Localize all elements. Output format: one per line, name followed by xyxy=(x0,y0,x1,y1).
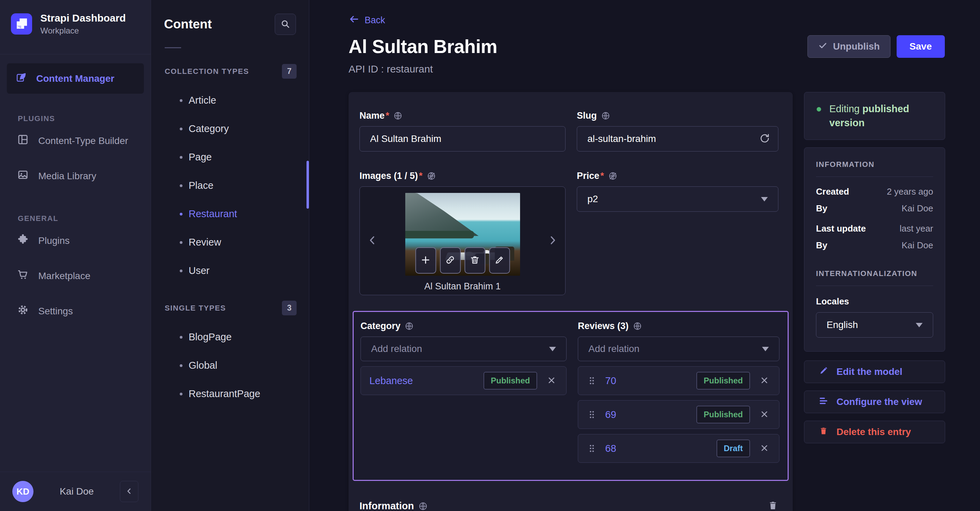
unpublish-button[interactable]: Unpublish xyxy=(807,35,891,58)
drag-handle-icon[interactable] xyxy=(587,443,597,454)
layout-grid-icon xyxy=(17,134,29,148)
images-label: Images (1 / 5) xyxy=(360,171,418,181)
trash-icon xyxy=(767,500,778,511)
check-icon xyxy=(818,41,827,53)
scrollbar-thumb[interactable] xyxy=(307,161,309,209)
subnav-item-label: Global xyxy=(189,360,217,371)
editing-status-text: Editing published version xyxy=(829,102,941,130)
status-badge: Published xyxy=(697,372,750,390)
image-actions xyxy=(415,247,510,274)
price-label: Price xyxy=(577,171,599,181)
divider xyxy=(816,286,933,286)
back-link[interactable]: Back xyxy=(348,14,385,27)
collapse-sidebar-button[interactable] xyxy=(120,481,138,502)
chevron-down-icon xyxy=(761,197,768,201)
avatar[interactable]: KD xyxy=(12,481,33,502)
name-label: Name xyxy=(360,110,385,121)
nav-item-settings[interactable]: Settings xyxy=(0,294,151,329)
relation-link[interactable]: 70 xyxy=(605,375,616,386)
copy-link-button[interactable] xyxy=(440,247,461,274)
subnav-item-restaurant[interactable]: Restaurant xyxy=(151,200,309,228)
remove-relation-button[interactable] xyxy=(758,442,770,455)
restaurant-photo xyxy=(405,193,520,276)
relation-link[interactable]: Lebanese xyxy=(369,375,413,386)
locale-select[interactable]: English xyxy=(816,312,933,338)
relation-link[interactable]: 69 xyxy=(605,409,616,420)
info-value: Kai Doe xyxy=(902,203,934,214)
logo-mark xyxy=(17,19,27,29)
subnav-item-review[interactable]: Review xyxy=(151,228,309,257)
relation-link[interactable]: 68 xyxy=(605,443,616,454)
chevron-left-icon xyxy=(125,487,134,497)
carousel-next-button[interactable] xyxy=(547,235,558,247)
chevron-left-icon xyxy=(367,235,378,247)
delete-image-button[interactable] xyxy=(465,247,485,274)
regenerate-slug-button[interactable] xyxy=(759,133,770,145)
required-mark: * xyxy=(419,171,423,181)
pencil-icon xyxy=(819,366,828,378)
status-badge: Published xyxy=(484,372,537,390)
images-field: Images (1 / 5)* xyxy=(360,171,565,295)
category-label: Category xyxy=(361,321,401,331)
information-component-header: Information xyxy=(360,500,778,511)
edit-form-card: Name* Slug xyxy=(348,92,793,511)
general-section-header: GENERAL xyxy=(18,214,151,223)
nav-item-media-library[interactable]: Media Library xyxy=(0,158,151,193)
nav-item-label: Plugins xyxy=(38,235,70,246)
subnav-item-global[interactable]: Global xyxy=(151,351,309,380)
information-panel: INFORMATION Created 2 years ago By Kai D… xyxy=(804,147,945,351)
drag-handle-icon[interactable] xyxy=(587,409,597,420)
subnav-item-blogpage[interactable]: BlogPage xyxy=(151,323,309,351)
category-add-relation-select[interactable]: Add relation xyxy=(361,337,566,361)
drag-handle-icon[interactable] xyxy=(587,375,597,386)
puzzle-icon xyxy=(17,234,29,248)
editing-prefix: Editing xyxy=(829,103,862,114)
globe-icon xyxy=(404,321,414,331)
remove-relation-button[interactable] xyxy=(758,374,770,388)
info-row: By Kai Doe xyxy=(816,203,933,214)
reviews-field: Reviews (3) Add relation xyxy=(578,321,780,463)
subnav-item-page[interactable]: Page xyxy=(151,143,309,171)
nav-item-content-type-builder[interactable]: Content-Type Builder xyxy=(0,123,151,158)
nav-item-content-manager[interactable]: Content Manager xyxy=(7,63,144,94)
relation-item: 68 Draft xyxy=(578,434,780,463)
reviews-add-relation-select[interactable]: Add relation xyxy=(578,337,780,361)
configure-view-button[interactable]: Configure the view xyxy=(804,391,945,413)
remove-relation-button[interactable] xyxy=(758,408,770,422)
subnav-item-article[interactable]: Article xyxy=(151,86,309,115)
price-select[interactable]: p2 xyxy=(577,187,778,212)
carousel-prev-button[interactable] xyxy=(367,235,378,247)
trash-icon xyxy=(819,426,828,438)
subnav-item-category[interactable]: Category xyxy=(151,115,309,143)
search-button[interactable] xyxy=(275,14,296,35)
price-value: p2 xyxy=(587,193,598,204)
save-button[interactable]: Save xyxy=(897,35,945,58)
delete-component-button[interactable] xyxy=(767,500,778,511)
edit-image-button[interactable] xyxy=(489,247,510,274)
refresh-icon xyxy=(759,133,770,145)
plus-icon xyxy=(421,255,431,266)
slug-input[interactable] xyxy=(577,126,778,152)
list-lines-icon xyxy=(819,396,828,408)
workspace-header: Strapi Dashboard Workplace xyxy=(0,0,151,46)
configure-view-label: Configure the view xyxy=(837,396,922,407)
subnav-item-restaurantpage[interactable]: RestaurantPage xyxy=(151,380,309,408)
subnav-item-user[interactable]: User xyxy=(151,257,309,285)
info-value: 2 years ago xyxy=(887,187,933,197)
slug-label: Slug xyxy=(577,110,597,121)
nav-item-label: Content Manager xyxy=(36,73,115,84)
add-image-button[interactable] xyxy=(415,247,436,274)
nav-item-plugins[interactable]: Plugins xyxy=(0,223,151,258)
subnav-item-place[interactable]: Place xyxy=(151,171,309,200)
chevron-down-icon xyxy=(762,347,769,351)
locales-label: Locales xyxy=(816,296,933,307)
carousel-slide xyxy=(405,193,520,276)
information-header: INFORMATION xyxy=(816,160,933,169)
published-dot-icon xyxy=(817,107,821,112)
name-input[interactable] xyxy=(360,126,565,152)
info-key: Created xyxy=(816,187,849,197)
delete-entry-button[interactable]: Delete this entry xyxy=(804,421,945,443)
edit-model-button[interactable]: Edit the model xyxy=(804,361,945,383)
nav-item-marketplace[interactable]: Marketplace xyxy=(0,258,151,294)
remove-relation-button[interactable] xyxy=(546,374,558,388)
